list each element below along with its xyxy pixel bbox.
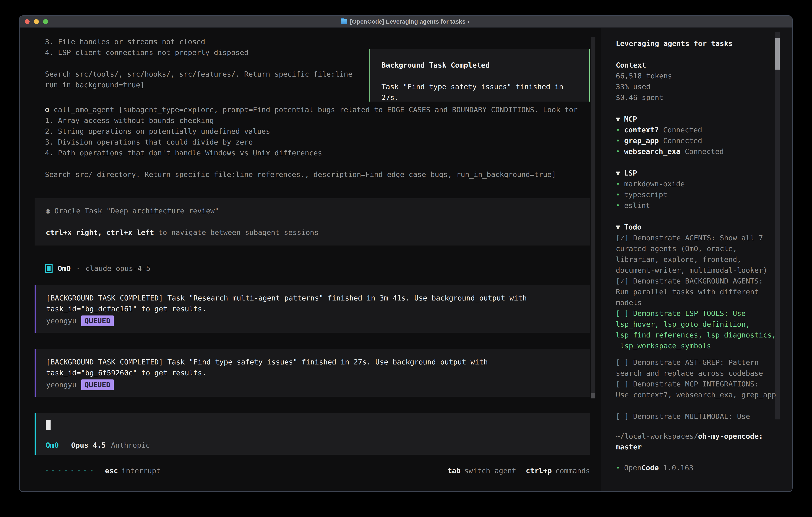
version-name-dim: Open [624,464,642,472]
todo-label: Todo [624,223,642,231]
oracle-keybinding: ctrl+x right, ctrl+x left [46,228,154,237]
background-task-message-2: [BACKGROUND TASK COMPLETED] Task "Find t… [35,349,590,397]
list-item: •typescript [616,189,777,200]
context-used: 33% used [616,81,777,92]
list-item: •grep_appConnected [616,135,777,146]
mcp-item-name: grep_app [624,137,659,145]
chevron-down-icon: ▼ [616,169,620,177]
notification-body: Task "Find type safety issues" finished … [381,81,578,103]
tool-call-text: call_omo_agent [subagent_type=explore, p… [49,106,578,114]
status-bar-right: tabswitch agent ctrl+pcommands [447,465,590,476]
commands-label: commands [555,467,590,475]
text-cursor [46,420,51,430]
main-scrollbar-thumb[interactable] [591,393,596,399]
input-agent-name: OmO [46,440,59,451]
workspace-branch: master [616,442,777,453]
lsp-item-name: eslint [624,201,650,210]
lsp-item-name: typescript [624,191,668,199]
todo-item: [ ] Demonstrate MULTIMODAL: Use [616,411,777,422]
folder-icon [341,19,347,24]
main-scrollbar[interactable] [591,37,596,399]
task-1-user: yeongyu [46,316,77,326]
notification-title: Background Task Completed [381,60,578,71]
esc-key: esc [105,467,118,475]
workspace-repo: oh-my-opencode: [698,432,763,440]
list-item: •eslint [616,200,777,211]
terminal-content: 3. File handles or streams not closed 4.… [20,28,792,492]
mcp-item-status: Connected [685,147,724,156]
oracle-task-title: Oracle Task "Deep architecture review" [50,207,219,215]
dot-separator: · [76,263,80,274]
list-item: •context7Connected [616,125,777,135]
title-bar[interactable]: [OpenCode] Leveraging agents for tasks ◐ [20,16,792,28]
zoom-button[interactable] [43,19,48,24]
version-number: 1.0.163 [659,464,693,472]
bullet-icon: • [616,147,620,156]
input-model-name: Opus 4.5 [71,440,106,451]
minimize-button[interactable] [34,19,39,24]
context-tokens: 66,518 tokens [616,71,777,81]
tool-call-block: ⚙ call_omo_agent [subagent_type=explore,… [45,104,589,180]
status-bar: •••••••• escinterrupt tabswitch agent ct… [45,465,590,476]
todo-item: [ ] Demonstrate LSP TOOLS: Use lsp_hover… [616,308,777,351]
lsp-section: ▼LSP •markdown-oxide •typescript •eslint [616,168,777,211]
tab-hint: tabswitch agent [447,465,516,476]
task-2-meta: yeongyu QUEUED [46,379,579,390]
mcp-heading[interactable]: ▼MCP [616,114,777,125]
tool-call-line: ⚙ call_omo_agent [subagent_type=explore,… [45,104,589,115]
todo-item: [✓] Demonstrate BACKGROUND AGENTS: Run p… [616,276,777,308]
oracle-hint-line: ctrl+x right, ctrl+x left to navigate be… [46,227,579,238]
oracle-task-box: ◉ Oracle Task "Deep architecture review"… [35,198,590,245]
bullet-icon: • [616,201,620,210]
agent-square-icon [45,264,53,273]
bullet-icon: • [616,126,620,134]
context-spent: $0.46 spent [616,92,777,103]
todo-heading[interactable]: ▼Todo [616,222,777,233]
task-1-text: [BACKGROUND TASK COMPLETED] Task "Resear… [46,293,579,314]
lsp-label: LSP [624,169,637,177]
ctrl-p-key: ctrl+p [526,467,552,475]
input-provider-name: Anthropic [111,440,150,451]
background-task-message-1: [BACKGROUND TASK COMPLETED] Task "Resear… [35,285,590,333]
mcp-item-name: websearch_exa [624,147,680,156]
traffic-lights [25,16,48,27]
chevron-down-icon: ▼ [616,115,620,123]
task-1-meta: yeongyu QUEUED [46,316,579,326]
chevron-down-icon: ▼ [616,223,620,231]
fisheye-icon: ◉ [46,207,50,215]
mcp-label: MCP [624,115,637,123]
background-task-notification: Background Task Completed Task "Find typ… [370,49,590,102]
mcp-item-name: context7 [624,126,659,134]
lsp-heading[interactable]: ▼LSP [616,168,777,179]
task-1-status-badge: QUEUED [81,316,114,326]
todo-item: [ ] Demonstrate AST-GREP: Pattern search… [616,357,777,379]
version-line: •OpenCode 1.0.163 [616,462,777,473]
oracle-hint: to navigate between subagent sessions [154,228,319,237]
lsp-item-name: markdown-oxide [624,180,685,188]
notification-spacer [381,71,578,81]
bullet-icon: • [616,137,620,145]
window-title: [OpenCode] Leveraging agents for tasks ◐ [350,18,471,25]
close-button[interactable] [25,19,30,24]
mcp-item-status: Connected [663,126,702,134]
list-item: •websearch_exaConnected [616,146,777,157]
tab-key: tab [447,467,461,475]
oracle-spacer [46,216,579,227]
commands-hint: ctrl+pcommands [526,465,590,476]
progress-dots: •••••••• [45,465,96,476]
workspace-line: ~/local-workspaces/oh-my-opencode: [616,431,777,442]
bullet-icon: • [616,191,620,199]
tab-label: switch agent [464,467,516,475]
version-name-bold: Code [641,464,659,472]
workspace-prefix: ~/local-workspaces/ [616,432,698,440]
todo-item: [ ] Demonstrate MCP INTEGRATIONS: Use co… [616,379,777,400]
agent-name: OmO [58,263,71,274]
workspace-path: ~/local-workspaces/oh-my-opencode: maste… [616,431,777,453]
list-item: •markdown-oxide [616,179,777,189]
session-title: Leveraging agents for tasks [616,38,777,49]
gear-icon: ⚙ [45,106,49,114]
bullet-icon: • [616,180,620,188]
todo-item: [✓] Demonstrate AGENTS: Show all 7 curat… [616,233,777,276]
prompt-input[interactable]: OmO Opus 4.5 Anthropic [35,413,590,455]
window-title-group: [OpenCode] Leveraging agents for tasks ◐ [341,18,471,25]
